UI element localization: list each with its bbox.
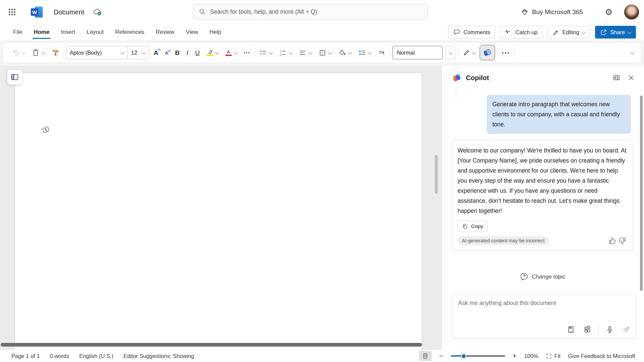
in-document-copilot-icon[interactable]	[42, 125, 50, 134]
styles-combobox[interactable]: Normal	[392, 46, 443, 59]
collapse-ribbon-button[interactable]	[629, 49, 636, 56]
tab-home[interactable]: Home	[29, 24, 54, 40]
copilot-toggle-button[interactable]	[480, 45, 495, 60]
tab-review[interactable]: Review	[151, 24, 179, 40]
zoom-slider-thumb[interactable]	[461, 354, 466, 359]
zoom-in-button[interactable]: +	[513, 352, 517, 360]
font-size-combobox[interactable]: 12	[127, 46, 149, 59]
word-app-icon[interactable]: W	[31, 6, 44, 18]
paragraph-mark-icon: ¶	[378, 49, 386, 57]
document-horizontal-scrollbar[interactable]	[1, 343, 422, 347]
dock-left-icon	[612, 74, 621, 82]
undo-button[interactable]	[10, 47, 28, 59]
ribbon-toolbar: Aptos (Body) 12 A A B I U	[3, 42, 641, 63]
buy-microsoft-365-link[interactable]: Buy Microsoft 365	[521, 0, 583, 24]
bullet-list-button[interactable]	[257, 47, 275, 59]
feedback-link[interactable]: Give Feedback to Microsoft	[568, 353, 635, 359]
font-name-combobox[interactable]: Aptos (Body)	[66, 46, 127, 59]
shading-button[interactable]	[336, 47, 354, 59]
divider	[497, 47, 497, 58]
fit-button[interactable]: Fit	[546, 353, 560, 359]
word-count-status[interactable]: 0 words	[50, 353, 69, 359]
catch-up-button[interactable]: Catch up	[500, 26, 542, 39]
zoom-out-button[interactable]: −	[439, 352, 443, 360]
page-view-button[interactable]	[419, 351, 432, 361]
thumbs-up-button[interactable]	[607, 236, 617, 246]
settings-gear-icon[interactable]: ⚙	[603, 6, 614, 18]
numbered-list-button[interactable]: 1 2	[277, 47, 294, 59]
tab-view[interactable]: View	[181, 24, 203, 40]
chevron-down-icon	[582, 29, 586, 34]
tab-references[interactable]: References	[111, 24, 149, 40]
document-area	[0, 66, 442, 350]
search-input[interactable]	[210, 8, 422, 15]
highlight-button[interactable]	[204, 47, 221, 58]
chevron-down-icon	[269, 50, 273, 54]
paint-bucket-icon	[338, 49, 346, 57]
chevron-down-icon	[348, 50, 352, 54]
copilot-input[interactable]	[452, 295, 636, 318]
editor-suggestions-status[interactable]: Editor Suggestions: Showing	[123, 353, 194, 359]
bold-button[interactable]: B	[173, 48, 182, 58]
copy-icon	[462, 223, 468, 230]
more-font-options-button[interactable]: •••	[241, 48, 253, 57]
clipboard-icon	[32, 49, 40, 57]
tab-file[interactable]: File	[9, 24, 26, 40]
editing-mode-button[interactable]: Editing	[547, 26, 590, 39]
chevron-down-icon	[630, 50, 635, 54]
styles-dropdown-button[interactable]	[446, 46, 455, 59]
comments-button[interactable]: Comments	[448, 26, 495, 39]
highlighter-icon	[207, 49, 213, 56]
ai-disclaimer-badge: AI-generated content may be incorrect	[458, 236, 549, 245]
microphone-icon	[606, 325, 614, 334]
tab-layout[interactable]: Layout	[82, 24, 108, 40]
app-launcher-icon[interactable]	[6, 6, 18, 18]
page-count-status[interactable]: Page 1 of 1	[11, 353, 40, 359]
copilot-panel-scrollbar[interactable]	[640, 96, 643, 291]
search-bar[interactable]	[193, 4, 428, 19]
document-vertical-scrollbar[interactable]	[435, 155, 438, 194]
close-panel-button[interactable]	[626, 72, 637, 83]
prompt-guide-button[interactable]	[566, 324, 576, 335]
paste-button[interactable]	[30, 47, 47, 59]
chevron-down-icon	[627, 29, 632, 34]
dock-panel-button[interactable]	[611, 72, 622, 83]
send-button[interactable]	[621, 324, 632, 335]
share-button[interactable]: Share	[595, 26, 636, 39]
document-page[interactable]	[15, 73, 422, 350]
navigation-pane-toggle-button[interactable]	[7, 70, 22, 84]
ribbon-more-options-button[interactable]: •••	[499, 48, 513, 58]
italic-button[interactable]: I	[184, 48, 191, 58]
dictate-button[interactable]	[604, 324, 615, 335]
tab-help[interactable]: Help	[205, 24, 225, 40]
change-topic-button[interactable]: Change topic	[517, 271, 569, 283]
line-spacing-button[interactable]	[356, 47, 374, 59]
thumbs-down-button[interactable]	[617, 236, 627, 246]
undo-icon	[12, 49, 20, 57]
cloud-saved-icon[interactable]	[92, 7, 104, 17]
grow-font-button[interactable]: A	[151, 48, 161, 58]
designer-button[interactable]	[460, 47, 478, 59]
chevron-down-icon	[472, 50, 476, 54]
borders-button[interactable]	[316, 47, 334, 59]
language-status[interactable]: English (U.S.)	[79, 353, 113, 359]
copy-button[interactable]: Copy	[458, 221, 488, 232]
plugins-button[interactable]	[582, 324, 593, 335]
underline-button[interactable]: U	[193, 48, 202, 58]
alignment-button[interactable]	[297, 47, 314, 59]
catch-up-wave-icon	[505, 28, 512, 36]
document-title[interactable]: Document	[54, 0, 84, 24]
status-right: − + 100% Fit Give Feedback to Microsoft	[419, 351, 644, 361]
format-painter-button[interactable]	[49, 47, 62, 59]
account-avatar[interactable]	[624, 4, 639, 20]
font-color-button[interactable]: A	[223, 48, 239, 58]
paragraph-settings-button[interactable]: ¶	[376, 47, 388, 59]
premium-diamond-icon	[521, 8, 529, 16]
zoom-slider[interactable]	[451, 353, 505, 359]
shrink-font-button[interactable]: A	[163, 48, 171, 57]
numbering-icon: 1 2	[279, 49, 287, 57]
chevron-down-icon	[328, 50, 332, 54]
user-prompt-bubble: Generate intro paragraph that welcomes n…	[487, 95, 631, 134]
zoom-percent[interactable]: 100%	[524, 353, 538, 359]
tab-insert[interactable]: Insert	[57, 24, 80, 40]
